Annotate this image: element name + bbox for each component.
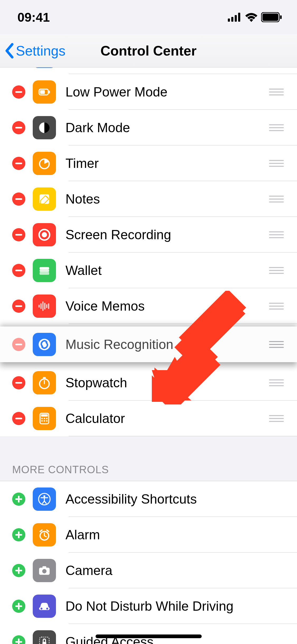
- row-music-recognition[interactable]: Music Recognition: [0, 326, 297, 362]
- svg-line-60: [47, 530, 49, 531]
- calculator-icon: [33, 407, 56, 430]
- row-alarm[interactable]: Alarm: [0, 517, 297, 553]
- row-dnd-driving[interactable]: Do Not Disturb While Driving: [0, 588, 297, 624]
- svg-point-44: [41, 418, 43, 419]
- svg-rect-26: [40, 269, 49, 272]
- more-controls-header: MORE CONTROLS: [0, 436, 297, 481]
- waveform-icon: [33, 295, 56, 318]
- row-label-low-power: Low Power Mode: [65, 84, 269, 100]
- svg-rect-6: [280, 15, 282, 19]
- svg-point-47: [41, 420, 43, 421]
- stopwatch-icon: [33, 371, 56, 394]
- row-label-alarm: Alarm: [65, 527, 297, 542]
- remove-button-music-recognition[interactable]: [12, 338, 25, 351]
- add-button-accessibility[interactable]: [12, 493, 25, 506]
- remove-button-calculator[interactable]: [12, 412, 25, 425]
- svg-point-23: [42, 232, 47, 237]
- svg-rect-25: [40, 267, 49, 269]
- back-button[interactable]: Settings: [0, 43, 65, 59]
- remove-button-timer[interactable]: [12, 157, 25, 170]
- notes-icon: [33, 187, 56, 211]
- svg-rect-0: [228, 19, 230, 22]
- alarm-icon: [33, 523, 56, 546]
- drag-handle-voice-memos[interactable]: [269, 303, 284, 310]
- darkmode-icon: [33, 116, 56, 139]
- included-controls-list: Flashlight Low Power Mode Dark Mode Time…: [0, 67, 297, 436]
- wifi-icon: [245, 12, 258, 22]
- drag-handle-timer[interactable]: [269, 160, 284, 167]
- svg-rect-28: [15, 305, 22, 307]
- row-low-power[interactable]: Low Power Mode: [0, 74, 297, 110]
- drag-handle-dark-mode[interactable]: [269, 124, 284, 131]
- drag-handle-music-recognition[interactable]: [269, 341, 284, 348]
- remove-button-voice-memos[interactable]: [12, 300, 25, 313]
- remove-button-screen-recording[interactable]: [12, 228, 25, 241]
- svg-point-49: [46, 420, 47, 421]
- row-label-screen-recording: Screen Recording: [65, 227, 269, 242]
- svg-rect-35: [15, 344, 22, 345]
- row-notes[interactable]: Notes: [0, 181, 297, 217]
- svg-rect-1: [231, 17, 233, 22]
- row-screen-recording[interactable]: Screen Recording: [0, 217, 297, 252]
- record-icon: [33, 223, 56, 246]
- row-timer[interactable]: Timer: [0, 145, 297, 181]
- svg-point-64: [42, 569, 46, 573]
- row-label-camera: Camera: [65, 563, 297, 578]
- svg-point-53: [43, 495, 45, 497]
- svg-rect-14: [15, 127, 22, 128]
- chevron-left-icon: [5, 43, 14, 59]
- svg-rect-43: [41, 414, 48, 416]
- drag-handle-stopwatch[interactable]: [269, 379, 284, 386]
- drag-handle-notes[interactable]: [269, 196, 284, 203]
- svg-point-48: [44, 420, 45, 421]
- svg-rect-55: [18, 531, 20, 538]
- drag-handle-wallet[interactable]: [269, 267, 284, 274]
- svg-point-46: [46, 418, 47, 419]
- remove-button-wallet[interactable]: [12, 264, 25, 277]
- drag-handle-low-power[interactable]: [269, 89, 284, 95]
- lock-icon: [33, 630, 56, 644]
- home-indicator[interactable]: [96, 634, 202, 638]
- row-label-stopwatch: Stopwatch: [65, 375, 269, 390]
- row-label-dnd-driving: Do Not Disturb While Driving: [65, 599, 297, 614]
- row-dark-mode[interactable]: Dark Mode: [0, 110, 297, 145]
- row-voice-memos[interactable]: Voice Memos: [0, 288, 297, 324]
- row-label-notes: Notes: [65, 191, 269, 207]
- svg-rect-40: [43, 377, 46, 378]
- add-button-alarm[interactable]: [12, 528, 25, 541]
- svg-rect-37: [15, 382, 22, 384]
- remove-button-stopwatch[interactable]: [12, 376, 25, 389]
- remove-button-dark-mode[interactable]: [12, 121, 25, 134]
- add-button-dnd-driving[interactable]: [12, 600, 25, 613]
- more-controls-list: Accessibility Shortcuts Alarm Camera Do …: [0, 481, 297, 644]
- flashlight-icon: [33, 67, 56, 68]
- row-accessibility[interactable]: Accessibility Shortcuts: [0, 481, 297, 517]
- svg-rect-24: [15, 270, 22, 271]
- svg-line-58: [44, 536, 46, 537]
- svg-rect-3: [238, 13, 240, 22]
- row-stopwatch[interactable]: Stopwatch: [0, 365, 297, 401]
- remove-button-low-power[interactable]: [12, 85, 25, 99]
- nav-bar: Settings Control Center: [0, 34, 297, 67]
- row-camera[interactable]: Camera: [0, 553, 297, 588]
- battery-icon: [261, 12, 282, 22]
- row-label-wallet: Wallet: [65, 263, 269, 278]
- drag-handle-screen-recording[interactable]: [269, 231, 284, 238]
- svg-point-69: [41, 608, 43, 609]
- drag-handle-calculator[interactable]: [269, 415, 284, 422]
- row-label-voice-memos: Voice Memos: [65, 298, 269, 314]
- svg-rect-18: [15, 198, 22, 200]
- status-bar: 09:41: [0, 0, 297, 34]
- remove-button-notes[interactable]: [12, 192, 25, 206]
- row-wallet[interactable]: Wallet: [0, 252, 297, 288]
- row-label-music-recognition: Music Recognition: [65, 337, 269, 352]
- row-guided-access[interactable]: Guided Access: [0, 624, 297, 644]
- row-calculator[interactable]: Calculator: [0, 401, 297, 436]
- svg-point-45: [44, 418, 45, 419]
- svg-rect-27: [40, 272, 49, 275]
- svg-rect-67: [18, 603, 20, 610]
- add-button-camera[interactable]: [12, 564, 25, 577]
- row-flashlight[interactable]: Flashlight: [0, 67, 297, 74]
- settings-list[interactable]: Flashlight Low Power Mode Dark Mode Time…: [0, 67, 297, 644]
- add-button-guided-access[interactable]: [12, 635, 25, 644]
